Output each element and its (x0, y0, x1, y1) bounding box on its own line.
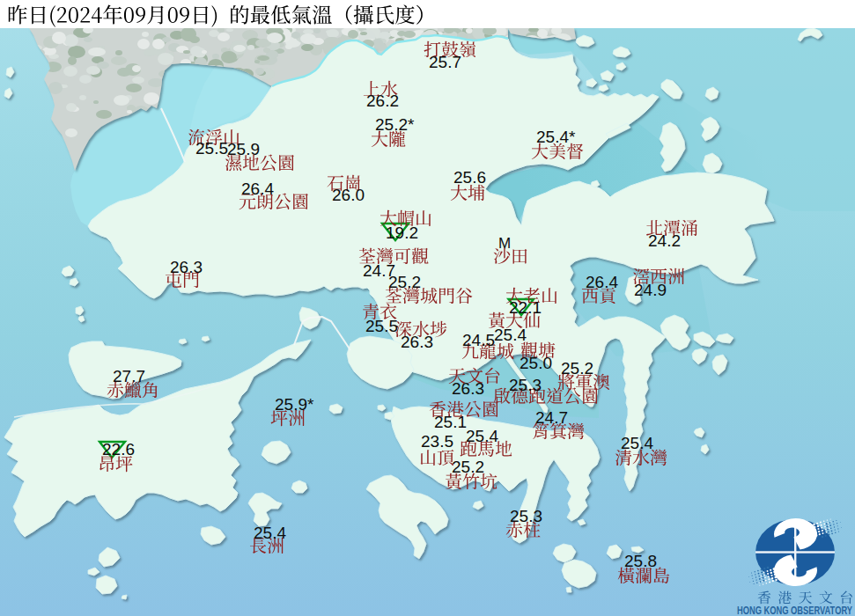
svg-text:25.5: 25.5 (365, 317, 398, 335)
svg-text:M: M (498, 235, 511, 252)
svg-text:25.8: 25.8 (624, 552, 657, 570)
svg-text:25.2: 25.2 (388, 273, 421, 291)
svg-text:22.1: 22.1 (509, 298, 542, 317)
svg-text:24.7: 24.7 (535, 408, 568, 427)
svg-text:25.0: 25.0 (520, 354, 552, 372)
svg-text:22.6: 22.6 (102, 440, 135, 458)
svg-text:19.2: 19.2 (386, 224, 418, 242)
svg-text:24.2: 24.2 (648, 231, 681, 250)
svg-text:26.3: 26.3 (452, 379, 484, 398)
svg-text:23.5: 23.5 (421, 432, 453, 451)
svg-text:26.3: 26.3 (170, 258, 203, 276)
svg-text:25.4: 25.4 (466, 427, 498, 445)
svg-text:HONG KONG OBSERVATORY: HONG KONG OBSERVATORY (737, 605, 853, 616)
svg-text:25.5: 25.5 (195, 139, 228, 158)
svg-text:25.7: 25.7 (429, 53, 461, 71)
svg-text:25.3: 25.3 (510, 507, 542, 525)
svg-text:25.2: 25.2 (452, 458, 484, 476)
svg-text:25.4: 25.4 (494, 326, 527, 344)
svg-text:25.4: 25.4 (621, 434, 653, 452)
svg-text:26.4: 26.4 (586, 273, 618, 291)
svg-text:25.9*: 25.9* (275, 395, 314, 414)
svg-text:25.4*: 25.4* (536, 128, 576, 146)
svg-text:27.7: 27.7 (113, 367, 145, 385)
svg-text:26.4: 26.4 (241, 180, 274, 198)
svg-text:24.5: 24.5 (462, 331, 495, 349)
svg-text:26.0: 26.0 (332, 186, 365, 204)
svg-text:25.1: 25.1 (434, 413, 467, 431)
svg-text:26.2: 26.2 (366, 92, 399, 110)
svg-text:25.6: 25.6 (453, 168, 486, 187)
svg-text:25.4: 25.4 (254, 524, 286, 542)
svg-text:25.9: 25.9 (227, 140, 260, 158)
svg-text:24.9: 24.9 (634, 281, 667, 299)
svg-text:26.3: 26.3 (401, 333, 433, 351)
svg-text:25.2*: 25.2* (375, 115, 415, 134)
svg-text:25.3: 25.3 (509, 376, 542, 394)
svg-text:25.2: 25.2 (561, 359, 593, 378)
